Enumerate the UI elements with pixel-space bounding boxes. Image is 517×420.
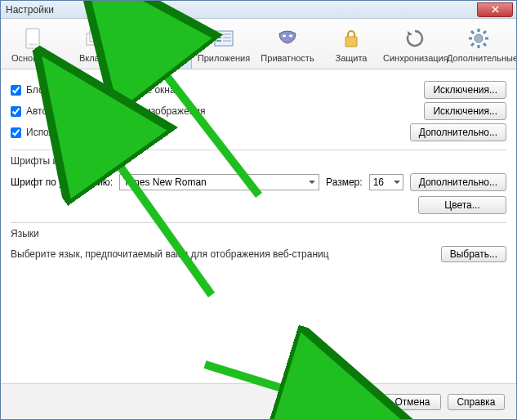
fonts-section-title: Шрифты и цвета xyxy=(11,155,506,167)
svg-point-20 xyxy=(475,34,483,42)
gear-icon xyxy=(447,25,510,51)
checkbox-input[interactable] xyxy=(11,127,21,138)
tab-sync[interactable]: Синхронизация xyxy=(383,22,447,69)
svg-rect-15 xyxy=(223,37,231,38)
tab-applications[interactable]: Приложения xyxy=(192,22,256,69)
svg-rect-6 xyxy=(152,36,163,37)
tab-label: Дополнительные xyxy=(447,53,510,63)
svg-rect-14 xyxy=(223,34,231,35)
svg-rect-1 xyxy=(29,43,37,46)
dialog-footer: OK Отмена Справка xyxy=(1,383,516,419)
tab-advanced[interactable]: Дополнительные xyxy=(447,22,510,69)
tab-general[interactable]: Основные xyxy=(1,22,65,69)
toolbar: Основные Вкладки Содержимое Приложения П… xyxy=(1,19,516,69)
default-font-select[interactable]: Times New Roman xyxy=(119,174,319,190)
svg-line-25 xyxy=(471,31,474,34)
content-panel: Блокировать всплывающие окна Исключения.… xyxy=(1,69,516,269)
cancel-button[interactable]: Отмена xyxy=(384,394,441,410)
use-javascript-checkbox[interactable]: Использовать JavaScript xyxy=(11,127,138,138)
size-label: Размер: xyxy=(326,176,363,188)
fonts-additional-button[interactable]: Дополнительно... xyxy=(410,173,506,191)
checkbox-input[interactable] xyxy=(11,85,21,96)
svg-line-26 xyxy=(484,43,486,46)
divider xyxy=(11,150,506,150)
exceptions-button-images[interactable]: Исключения... xyxy=(424,102,506,120)
content-icon xyxy=(129,26,191,52)
sync-icon xyxy=(383,25,447,51)
divider xyxy=(11,222,506,223)
svg-line-28 xyxy=(471,43,474,46)
languages-description: Выберите язык, предпочитаемый вами для о… xyxy=(11,248,329,260)
svg-rect-7 xyxy=(152,38,163,39)
tab-tabs[interactable]: Вкладки xyxy=(65,22,128,69)
default-font-label: Шрифт по умолчанию: xyxy=(11,176,113,188)
close-button[interactable] xyxy=(477,2,513,17)
help-button[interactable]: Справка xyxy=(448,394,505,410)
svg-rect-3 xyxy=(90,30,106,42)
tab-label: Приватность xyxy=(256,53,319,63)
colors-button[interactable]: Цвета... xyxy=(418,196,506,214)
font-size-select[interactable]: 16 xyxy=(369,174,403,190)
settings-window: Настройки Основные Вкладки Содержимое xyxy=(0,0,517,420)
tab-label: Приложения xyxy=(192,53,256,63)
checkbox-label: Блокировать всплывающие окна xyxy=(26,84,176,96)
lock-icon xyxy=(319,25,383,51)
privacy-mask-icon xyxy=(256,25,319,51)
tabs-icon xyxy=(65,25,128,51)
svg-rect-11 xyxy=(216,34,221,35)
tab-label: Содержимое xyxy=(129,54,191,64)
svg-rect-19 xyxy=(345,37,357,47)
svg-point-17 xyxy=(283,35,286,38)
checkbox-label: Использовать JavaScript xyxy=(26,127,138,138)
checkbox-input[interactable] xyxy=(11,106,21,117)
svg-rect-5 xyxy=(152,33,158,34)
auto-load-images-checkbox[interactable]: Автоматически загружать изображения xyxy=(11,105,205,117)
tab-privacy[interactable]: Приватность xyxy=(256,22,319,69)
additional-button-js[interactable]: Дополнительно... xyxy=(410,123,506,141)
tab-content[interactable]: Содержимое xyxy=(128,22,192,69)
window-title: Настройки xyxy=(6,4,54,16)
applications-icon xyxy=(192,25,256,51)
select-value: 16 xyxy=(373,176,384,188)
exceptions-button-popups[interactable]: Исключения... xyxy=(424,81,506,99)
svg-line-27 xyxy=(484,31,486,34)
svg-point-18 xyxy=(289,35,292,38)
checkbox-label: Автоматически загружать изображения xyxy=(26,105,205,117)
tab-label: Защита xyxy=(319,53,383,63)
block-popups-checkbox[interactable]: Блокировать всплывающие окна xyxy=(11,84,176,96)
titlebar: Настройки xyxy=(1,1,516,19)
select-value: Times New Roman xyxy=(123,176,207,188)
ok-button[interactable]: OK xyxy=(320,394,377,410)
tab-label: Синхронизация xyxy=(383,53,447,63)
tab-label: Вкладки xyxy=(65,53,128,63)
tab-label: Основные xyxy=(1,53,65,63)
tab-security[interactable]: Защита xyxy=(319,22,383,69)
languages-section-title: Языки xyxy=(11,228,506,239)
choose-language-button[interactable]: Выбрать... xyxy=(441,246,506,262)
svg-rect-16 xyxy=(223,40,231,42)
svg-rect-12 xyxy=(216,37,221,38)
general-icon xyxy=(1,25,65,51)
svg-rect-13 xyxy=(216,40,221,42)
